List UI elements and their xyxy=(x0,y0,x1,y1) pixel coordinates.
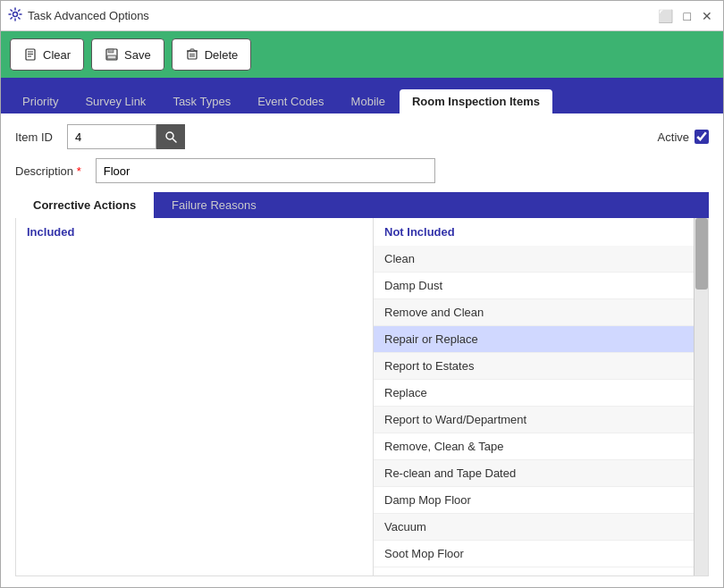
item-id-label: Item ID xyxy=(15,130,53,144)
toolbar: Clear Save xyxy=(1,31,723,78)
tab-event-codes[interactable]: Event Codes xyxy=(245,89,336,113)
active-checkbox[interactable] xyxy=(695,130,709,144)
list-item[interactable]: Re-clean and Tape Dated xyxy=(374,460,694,487)
search-icon xyxy=(164,130,177,143)
gear-icon xyxy=(8,7,22,24)
list-item[interactable]: Damp Mop Floor xyxy=(374,487,694,514)
svg-rect-7 xyxy=(107,55,116,59)
svg-point-0 xyxy=(13,13,18,17)
delete-icon xyxy=(185,47,199,62)
close-icon[interactable]: ✕ xyxy=(698,7,716,25)
list-item[interactable]: Remove and Clean xyxy=(374,299,694,326)
list-item[interactable]: Vacuum xyxy=(374,514,694,541)
delete-button[interactable]: Delete xyxy=(172,38,252,71)
clear-icon xyxy=(23,47,38,62)
tab-failure-reasons[interactable]: Failure Reasons xyxy=(154,192,274,218)
included-header: Included xyxy=(16,218,373,246)
item-id-group xyxy=(67,124,185,149)
description-row: Description * xyxy=(15,158,709,183)
tab-task-types[interactable]: Task Types xyxy=(160,89,243,113)
not-included-column: Not Included CleanDamp DustRemove and Cl… xyxy=(374,218,708,575)
list-item[interactable]: Clean xyxy=(374,246,694,273)
inner-tabs-bar: Corrective Actions Failure Reasons xyxy=(15,192,709,218)
window-title: Task Advanced Options xyxy=(28,9,149,22)
scroll-thumb[interactable] xyxy=(695,218,708,290)
search-button[interactable] xyxy=(156,124,185,149)
list-item[interactable]: Remove, Clean & Tape xyxy=(374,433,694,460)
save-icon xyxy=(105,47,119,62)
tab-mobile[interactable]: Mobile xyxy=(339,89,398,113)
restore-icon[interactable]: ⬜ xyxy=(654,7,677,25)
nav-tabs: Priority Survey Link Task Types Event Co… xyxy=(1,78,723,113)
description-input[interactable] xyxy=(96,158,435,183)
tab-corrective-actions[interactable]: Corrective Actions xyxy=(15,192,154,218)
delete-label: Delete xyxy=(205,48,239,62)
title-bar: Task Advanced Options ⬜ □ ✕ xyxy=(1,1,723,31)
svg-rect-6 xyxy=(108,49,114,53)
save-button[interactable]: Save xyxy=(91,38,164,71)
not-included-list: CleanDamp DustRemove and CleanRepair or … xyxy=(374,246,708,575)
included-column: Included xyxy=(16,218,374,575)
list-item[interactable]: Damp Dust xyxy=(374,273,694,299)
content-area: Item ID Active Description * xyxy=(1,113,723,587)
inner-section: Corrective Actions Failure Reasons Inclu… xyxy=(15,192,709,576)
clear-label: Clear xyxy=(43,48,71,62)
svg-line-15 xyxy=(173,139,176,142)
list-item[interactable]: Soot Mop Floor xyxy=(374,541,694,567)
save-label: Save xyxy=(124,48,151,62)
active-group: Active xyxy=(658,130,709,144)
tab-priority[interactable]: Priority xyxy=(10,89,71,113)
svg-rect-10 xyxy=(190,49,194,51)
item-id-row: Item ID Active xyxy=(15,124,709,149)
maximize-icon[interactable]: □ xyxy=(680,7,695,25)
description-label: Description * xyxy=(15,164,81,178)
list-item[interactable]: Report to Ward/Department xyxy=(374,407,694,433)
two-col-panel: Included Not Included CleanDamp DustRemo… xyxy=(15,218,709,576)
list-item[interactable]: Repair or Replace xyxy=(374,326,694,353)
list-item[interactable]: Replace xyxy=(374,380,694,407)
active-label: Active xyxy=(658,130,689,144)
tab-survey-link[interactable]: Survey Link xyxy=(72,89,158,113)
title-bar-controls: ⬜ □ ✕ xyxy=(654,7,716,25)
scrollbar[interactable] xyxy=(694,218,708,575)
not-included-header: Not Included xyxy=(374,218,708,246)
tab-room-inspection-items[interactable]: Room Inspection Items xyxy=(400,89,552,113)
list-item[interactable]: Report to Estates xyxy=(374,353,694,380)
required-marker: * xyxy=(77,164,81,178)
main-window: Task Advanced Options ⬜ □ ✕ Clear xyxy=(0,0,724,588)
clear-button[interactable]: Clear xyxy=(10,38,84,71)
title-bar-left: Task Advanced Options xyxy=(8,7,149,24)
item-id-input[interactable] xyxy=(67,124,156,149)
